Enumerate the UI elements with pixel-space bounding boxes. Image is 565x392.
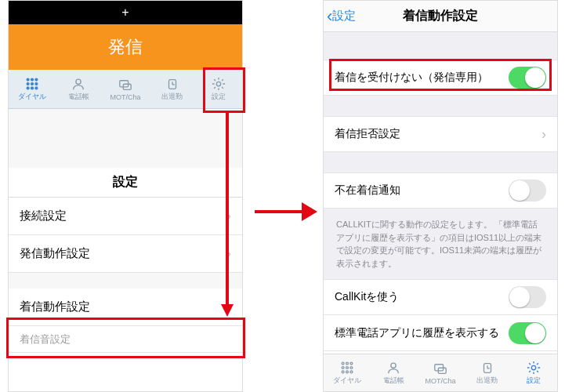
- show-history-switch[interactable]: [509, 322, 546, 344]
- row-connection[interactable]: 接続設定 ›: [9, 198, 242, 235]
- show-history-label: 標準電話アプリに履歴を表示する: [335, 326, 499, 340]
- tab-attendance-label: 出退勤: [161, 92, 183, 102]
- svg-point-22: [342, 371, 344, 373]
- gap: [324, 32, 557, 60]
- row-show-history[interactable]: 標準電話アプリに履歴を表示する: [324, 315, 557, 351]
- row-ringtone: 着信音設定: [9, 326, 242, 353]
- right-header: ‹ 設定 着信動作設定: [324, 1, 557, 32]
- svg-point-1: [31, 78, 33, 81]
- tab-dial-label: ダイヤル: [18, 92, 46, 102]
- tab-attendance-r-label: 出退勤: [476, 376, 498, 386]
- call-button-label: 発信: [108, 35, 143, 59]
- arrow-right: [255, 200, 317, 223]
- svg-marker-33: [221, 304, 234, 317]
- settings-section-title-text: 設定: [113, 174, 138, 191]
- gap: [324, 152, 557, 172]
- contacts-icon: [70, 76, 87, 92]
- plus-icon: +: [121, 5, 129, 20]
- gap: [9, 273, 242, 289]
- svg-point-18: [350, 362, 353, 365]
- row-missed-notify[interactable]: 不在着信通知: [324, 172, 557, 209]
- tab-settings-r-label: 設定: [527, 376, 541, 386]
- chat-icon: [432, 361, 449, 377]
- svg-point-9: [76, 79, 81, 84]
- chevron-right-icon: ›: [541, 126, 546, 143]
- svg-point-17: [346, 362, 348, 365]
- callkit-switch[interactable]: [509, 286, 546, 308]
- svg-point-8: [35, 87, 38, 89]
- reject-settings-label: 着信拒否設定: [335, 127, 400, 141]
- svg-point-23: [346, 371, 348, 373]
- missed-notify-label: 不在着信通知: [335, 183, 400, 198]
- svg-point-2: [35, 78, 38, 81]
- gear-icon: [210, 76, 227, 92]
- left-phone: + 発信 ダイヤル 電話帳 MOT/Cha 出退勤: [8, 0, 243, 392]
- left-tabbar: ダイヤル 電話帳 MOT/Cha 出退勤 設定: [9, 70, 242, 109]
- tab-attendance[interactable]: 出退勤: [149, 70, 196, 108]
- tab-attendance-r[interactable]: 出退勤: [464, 354, 511, 391]
- attendance-icon: [479, 360, 496, 376]
- call-button[interactable]: 発信: [9, 24, 242, 70]
- tab-motcha-r-label: MOT/Cha: [425, 377, 455, 385]
- contacts-icon: [385, 360, 402, 376]
- tab-motcha-label: MOT/Cha: [110, 93, 140, 101]
- tab-dial-r-label: ダイヤル: [333, 376, 361, 386]
- svg-point-31: [531, 365, 535, 369]
- left-spacer: [9, 109, 242, 168]
- row-reject-incoming[interactable]: 着信を受付けない（発信専用）: [324, 60, 557, 96]
- svg-point-6: [27, 87, 29, 89]
- settings-section-title: 設定: [9, 168, 242, 198]
- tab-dial[interactable]: ダイヤル: [9, 70, 56, 108]
- svg-point-21: [350, 367, 353, 369]
- svg-point-4: [31, 83, 33, 85]
- tab-motcha-r[interactable]: MOT/Cha: [417, 354, 464, 391]
- row-incoming-label: 着信動作設定: [20, 299, 90, 314]
- svg-point-7: [31, 87, 33, 89]
- svg-point-19: [342, 367, 344, 369]
- dial-icon: [24, 76, 41, 92]
- gear-icon: [525, 360, 542, 376]
- svg-point-3: [27, 83, 29, 85]
- callkit-label: CallKitを使う: [335, 290, 399, 304]
- row-outgoing-label: 発信動作設定: [20, 246, 90, 261]
- tab-settings-label: 設定: [212, 92, 226, 102]
- chevron-left-icon: ‹: [327, 6, 332, 27]
- left-blackbar: +: [9, 1, 242, 24]
- row-reject-settings[interactable]: 着信拒否設定 ›: [324, 116, 557, 152]
- right-phone: ‹ 設定 着信動作設定 着信を受付けない（発信専用） 着信拒否設定 › 不在着信…: [323, 0, 558, 392]
- dial-icon: [339, 360, 356, 376]
- svg-marker-35: [302, 202, 317, 221]
- arrow-down: [219, 113, 235, 317]
- right-tabbar: ダイヤル 電話帳 MOT/Cha 出退勤 設定: [324, 354, 557, 391]
- row-outgoing[interactable]: 発信動作設定 ›: [9, 235, 242, 273]
- attendance-icon: [164, 76, 181, 92]
- tab-settings[interactable]: 設定: [195, 70, 242, 108]
- row-connection-label: 接続設定: [20, 209, 67, 223]
- missed-notify-switch[interactable]: [509, 180, 546, 201]
- svg-point-24: [350, 371, 353, 373]
- back-label: 設定: [332, 9, 356, 24]
- tab-contacts-r[interactable]: 電話帳: [371, 354, 418, 391]
- reject-incoming-switch[interactable]: [509, 67, 546, 89]
- tab-dial-r[interactable]: ダイヤル: [324, 354, 371, 391]
- row-incoming[interactable]: 着信動作設定 ›: [9, 289, 242, 326]
- page-title: 着信動作設定: [324, 8, 557, 24]
- row-callkit[interactable]: CallKitを使う: [324, 279, 557, 315]
- svg-point-0: [27, 78, 29, 81]
- svg-point-25: [391, 363, 396, 368]
- tab-settings-r[interactable]: 設定: [510, 354, 557, 391]
- row-ringtone-label: 着信音設定: [20, 332, 71, 347]
- gap: [324, 96, 557, 116]
- back-button[interactable]: ‹ 設定: [324, 6, 356, 27]
- tab-contacts-label: 電話帳: [68, 92, 89, 102]
- svg-point-15: [216, 82, 220, 85]
- svg-point-16: [342, 362, 344, 365]
- tab-contacts-r-label: 電話帳: [383, 376, 404, 386]
- reject-incoming-label: 着信を受付けない（発信専用）: [335, 71, 488, 85]
- tab-contacts[interactable]: 電話帳: [56, 70, 103, 108]
- svg-point-5: [35, 83, 38, 85]
- callkit-note: CALLKITに関する動作の設定をします。 「標準電話アプリに履歴を表示する」の…: [324, 209, 557, 279]
- tab-motcha[interactable]: MOT/Cha: [102, 70, 149, 108]
- chat-icon: [117, 78, 134, 93]
- svg-point-20: [346, 367, 348, 369]
